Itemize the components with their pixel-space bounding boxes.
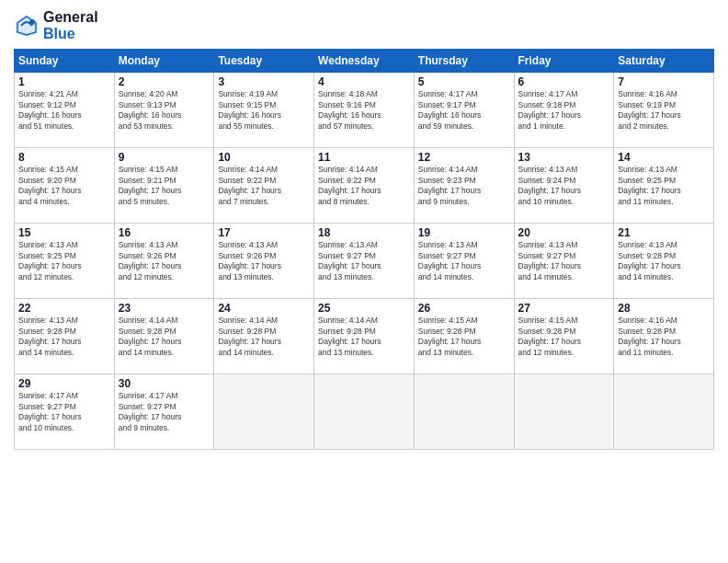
day-info: Sunrise: 4:14 AM Sunset: 9:22 PM Dayligh… xyxy=(218,165,310,207)
day-info: Sunrise: 4:17 AM Sunset: 9:27 PM Dayligh… xyxy=(18,391,110,433)
day-number: 20 xyxy=(518,226,610,239)
day-number: 15 xyxy=(18,226,110,239)
svg-marker-0 xyxy=(16,15,38,37)
day-info: Sunrise: 4:17 AM Sunset: 9:27 PM Dayligh… xyxy=(119,391,210,433)
calendar-cell: 28Sunrise: 4:16 AM Sunset: 9:28 PM Dayli… xyxy=(614,299,714,374)
day-number: 30 xyxy=(119,377,210,390)
day-info: Sunrise: 4:13 AM Sunset: 9:25 PM Dayligh… xyxy=(18,240,110,282)
logo-blue: Blue xyxy=(43,26,98,42)
calendar-cell: 10Sunrise: 4:14 AM Sunset: 9:22 PM Dayli… xyxy=(214,148,314,224)
calendar-cell: 16Sunrise: 4:13 AM Sunset: 9:26 PM Dayli… xyxy=(114,224,214,299)
day-number: 23 xyxy=(119,302,210,315)
day-info: Sunrise: 4:15 AM Sunset: 9:21 PM Dayligh… xyxy=(119,165,210,207)
calendar-cell: 9Sunrise: 4:15 AM Sunset: 9:21 PM Daylig… xyxy=(114,148,214,224)
calendar-cell: 22Sunrise: 4:13 AM Sunset: 9:28 PM Dayli… xyxy=(15,299,115,374)
weekday-wednesday: Wednesday xyxy=(314,50,415,73)
week-row-5: 29Sunrise: 4:17 AM Sunset: 9:27 PM Dayli… xyxy=(15,374,714,450)
week-row-2: 8Sunrise: 4:15 AM Sunset: 9:20 PM Daylig… xyxy=(15,148,714,224)
header: General Blue xyxy=(14,9,714,41)
day-number: 2 xyxy=(119,75,210,88)
day-info: Sunrise: 4:13 AM Sunset: 9:27 PM Dayligh… xyxy=(318,240,410,282)
day-number: 9 xyxy=(119,151,210,164)
calendar-cell: 13Sunrise: 4:13 AM Sunset: 9:24 PM Dayli… xyxy=(514,148,614,224)
calendar-cell: 1Sunrise: 4:21 AM Sunset: 9:12 PM Daylig… xyxy=(15,73,115,148)
day-info: Sunrise: 4:20 AM Sunset: 9:13 PM Dayligh… xyxy=(119,89,210,132)
calendar-cell xyxy=(614,374,714,450)
day-number: 29 xyxy=(18,377,110,390)
weekday-monday: Monday xyxy=(114,50,214,73)
day-number: 3 xyxy=(218,75,310,88)
calendar-cell: 23Sunrise: 4:14 AM Sunset: 9:28 PM Dayli… xyxy=(114,299,214,374)
day-info: Sunrise: 4:14 AM Sunset: 9:28 PM Dayligh… xyxy=(218,316,310,358)
day-number: 5 xyxy=(418,75,510,88)
calendar-cell: 3Sunrise: 4:19 AM Sunset: 9:15 PM Daylig… xyxy=(214,73,314,148)
calendar-cell: 15Sunrise: 4:13 AM Sunset: 9:25 PM Dayli… xyxy=(15,224,115,299)
weekday-header-row: SundayMondayTuesdayWednesdayThursdayFrid… xyxy=(15,50,714,73)
calendar-cell xyxy=(314,374,415,450)
calendar-cell: 14Sunrise: 4:13 AM Sunset: 9:25 PM Dayli… xyxy=(614,148,714,224)
day-info: Sunrise: 4:21 AM Sunset: 9:12 PM Dayligh… xyxy=(18,89,110,132)
calendar-cell xyxy=(414,374,514,450)
weekday-sunday: Sunday xyxy=(15,50,115,73)
day-number: 27 xyxy=(518,302,610,315)
calendar-cell: 18Sunrise: 4:13 AM Sunset: 9:27 PM Dayli… xyxy=(314,224,415,299)
logo: General Blue xyxy=(14,9,98,41)
calendar-cell: 19Sunrise: 4:13 AM Sunset: 9:27 PM Dayli… xyxy=(414,224,514,299)
day-number: 22 xyxy=(18,302,110,315)
calendar: SundayMondayTuesdayWednesdayThursdayFrid… xyxy=(14,49,714,450)
calendar-cell: 5Sunrise: 4:17 AM Sunset: 9:17 PM Daylig… xyxy=(414,73,514,148)
calendar-cell: 24Sunrise: 4:14 AM Sunset: 9:28 PM Dayli… xyxy=(214,299,314,374)
logo-icon xyxy=(14,13,40,39)
day-info: Sunrise: 4:14 AM Sunset: 9:22 PM Dayligh… xyxy=(318,165,410,207)
day-info: Sunrise: 4:15 AM Sunset: 9:28 PM Dayligh… xyxy=(418,316,510,358)
day-info: Sunrise: 4:13 AM Sunset: 9:25 PM Dayligh… xyxy=(618,165,710,207)
calendar-cell: 21Sunrise: 4:13 AM Sunset: 9:28 PM Dayli… xyxy=(614,224,714,299)
day-number: 26 xyxy=(418,302,510,315)
day-number: 6 xyxy=(518,75,610,88)
calendar-cell: 11Sunrise: 4:14 AM Sunset: 9:22 PM Dayli… xyxy=(314,148,415,224)
weekday-thursday: Thursday xyxy=(414,50,514,73)
calendar-cell: 12Sunrise: 4:14 AM Sunset: 9:23 PM Dayli… xyxy=(414,148,514,224)
day-info: Sunrise: 4:14 AM Sunset: 9:23 PM Dayligh… xyxy=(418,165,510,207)
weekday-tuesday: Tuesday xyxy=(214,50,314,73)
day-number: 16 xyxy=(119,226,210,239)
logo-general: General xyxy=(43,9,98,26)
calendar-cell: 4Sunrise: 4:18 AM Sunset: 9:16 PM Daylig… xyxy=(314,73,415,148)
day-number: 8 xyxy=(18,151,110,164)
day-info: Sunrise: 4:13 AM Sunset: 9:27 PM Dayligh… xyxy=(418,240,510,282)
day-info: Sunrise: 4:16 AM Sunset: 9:19 PM Dayligh… xyxy=(618,89,710,132)
calendar-cell: 6Sunrise: 4:17 AM Sunset: 9:18 PM Daylig… xyxy=(514,73,614,148)
day-info: Sunrise: 4:15 AM Sunset: 9:28 PM Dayligh… xyxy=(518,316,610,358)
calendar-cell: 8Sunrise: 4:15 AM Sunset: 9:20 PM Daylig… xyxy=(15,148,115,224)
day-number: 17 xyxy=(218,226,310,239)
day-number: 12 xyxy=(418,151,510,164)
day-info: Sunrise: 4:16 AM Sunset: 9:28 PM Dayligh… xyxy=(618,316,710,358)
calendar-cell xyxy=(214,374,314,450)
week-row-1: 1Sunrise: 4:21 AM Sunset: 9:12 PM Daylig… xyxy=(15,73,714,148)
calendar-cell: 27Sunrise: 4:15 AM Sunset: 9:28 PM Dayli… xyxy=(514,299,614,374)
day-number: 25 xyxy=(318,302,410,315)
day-info: Sunrise: 4:14 AM Sunset: 9:28 PM Dayligh… xyxy=(119,316,210,358)
day-number: 11 xyxy=(318,151,410,164)
calendar-cell: 26Sunrise: 4:15 AM Sunset: 9:28 PM Dayli… xyxy=(414,299,514,374)
calendar-cell: 25Sunrise: 4:14 AM Sunset: 9:28 PM Dayli… xyxy=(314,299,415,374)
day-number: 19 xyxy=(418,226,510,239)
day-number: 24 xyxy=(218,302,310,315)
day-number: 10 xyxy=(218,151,310,164)
calendar-cell: 7Sunrise: 4:16 AM Sunset: 9:19 PM Daylig… xyxy=(614,73,714,148)
weekday-friday: Friday xyxy=(514,50,614,73)
day-info: Sunrise: 4:13 AM Sunset: 9:28 PM Dayligh… xyxy=(618,240,710,282)
day-number: 4 xyxy=(318,75,410,88)
week-row-3: 15Sunrise: 4:13 AM Sunset: 9:25 PM Dayli… xyxy=(15,224,714,299)
calendar-cell: 17Sunrise: 4:13 AM Sunset: 9:26 PM Dayli… xyxy=(214,224,314,299)
day-number: 13 xyxy=(518,151,610,164)
week-row-4: 22Sunrise: 4:13 AM Sunset: 9:28 PM Dayli… xyxy=(15,299,714,374)
day-info: Sunrise: 4:19 AM Sunset: 9:15 PM Dayligh… xyxy=(218,89,310,132)
day-number: 28 xyxy=(618,302,710,315)
day-number: 1 xyxy=(18,75,110,88)
day-info: Sunrise: 4:13 AM Sunset: 9:28 PM Dayligh… xyxy=(18,316,110,358)
day-number: 21 xyxy=(618,226,710,239)
weekday-saturday: Saturday xyxy=(614,50,714,73)
calendar-cell: 29Sunrise: 4:17 AM Sunset: 9:27 PM Dayli… xyxy=(15,374,115,450)
page: General Blue SundayMondayTuesdayWednesda… xyxy=(0,0,728,563)
